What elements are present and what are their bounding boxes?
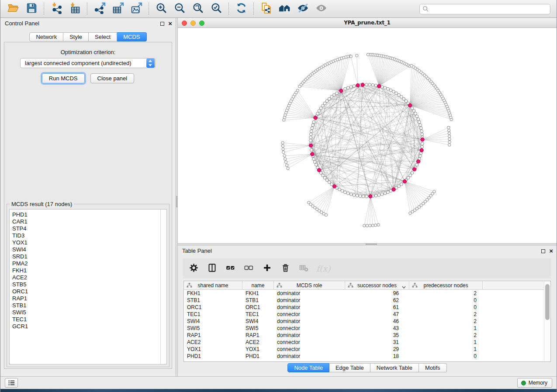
- close-table-panel-icon[interactable]: ×: [549, 249, 553, 253]
- mcds-result-item[interactable]: YOX1: [10, 239, 166, 246]
- satellite-node[interactable]: [298, 85, 301, 88]
- network-node[interactable]: [362, 195, 365, 198]
- tab-edge-table[interactable]: Edge Table: [329, 363, 370, 372]
- network-node[interactable]: [387, 87, 390, 90]
- mcds-result-item[interactable]: TEC1: [10, 316, 166, 323]
- satellite-node[interactable]: [374, 224, 377, 227]
- network-node[interactable]: [349, 86, 353, 89]
- vertical-splitter-grip[interactable]: [176, 196, 177, 207]
- mcds-hub-node[interactable]: [369, 195, 372, 198]
- network-node[interactable]: [309, 133, 312, 136]
- network-node[interactable]: [371, 83, 374, 86]
- network-node[interactable]: [315, 163, 318, 166]
- table-row[interactable]: FKH1FKH1dominator962: [184, 290, 550, 297]
- save-session-button[interactable]: [22, 1, 41, 16]
- network-node[interactable]: [312, 120, 315, 124]
- mcds-result-item[interactable]: SWI5: [10, 309, 166, 316]
- export-network-button[interactable]: [90, 1, 109, 16]
- satellite-node[interactable]: [363, 224, 366, 227]
- network-node[interactable]: [374, 194, 377, 197]
- mcds-result-item[interactable]: CAR1: [10, 218, 166, 225]
- export-image-button[interactable]: [127, 1, 145, 16]
- network-node[interactable]: [414, 112, 417, 115]
- network-node[interactable]: [377, 193, 381, 196]
- mcds-hub-node[interactable]: [332, 185, 336, 188]
- network-node[interactable]: [313, 161, 316, 164]
- float-table-panel-icon[interactable]: [541, 249, 545, 253]
- mcds-hub-node[interactable]: [421, 138, 424, 141]
- network-node[interactable]: [418, 120, 421, 124]
- mcds-result-item[interactable]: STP4: [10, 225, 166, 232]
- network-node[interactable]: [384, 86, 387, 89]
- network-node[interactable]: [381, 193, 384, 196]
- satellite-node[interactable]: [282, 151, 285, 154]
- mcds-result-item[interactable]: SWI4: [10, 246, 166, 253]
- mcds-result-item[interactable]: ACE2: [10, 274, 166, 281]
- network-node[interactable]: [341, 189, 344, 193]
- satellite-node[interactable]: [369, 224, 371, 227]
- zoom-fit-button[interactable]: [189, 1, 207, 16]
- mcds-result-item[interactable]: SRD1: [10, 253, 166, 260]
- network-node[interactable]: [338, 188, 341, 191]
- gear-button[interactable]: [188, 263, 199, 274]
- network-node[interactable]: [311, 124, 315, 127]
- satellite-node[interactable]: [447, 126, 450, 129]
- show-all-button[interactable]: [312, 1, 330, 16]
- float-panel-icon[interactable]: [160, 22, 164, 26]
- satellite-node[interactable]: [281, 144, 284, 147]
- network-node[interactable]: [309, 139, 312, 142]
- network-node[interactable]: [411, 107, 414, 110]
- network-node[interactable]: [365, 83, 368, 86]
- satellite-node[interactable]: [448, 141, 451, 143]
- mcds-result-item[interactable]: STB1: [10, 302, 166, 309]
- table-row[interactable]: SWI5SWI5connector431: [184, 325, 550, 332]
- satellite-node[interactable]: [433, 190, 436, 193]
- satellite-node[interactable]: [287, 167, 289, 170]
- maximize-window-icon[interactable]: [199, 21, 204, 26]
- tab-network-table[interactable]: Network Table: [370, 363, 419, 372]
- select-all-button[interactable]: [225, 263, 236, 274]
- task-history-button[interactable]: [5, 378, 18, 388]
- satellite-node[interactable]: [377, 224, 380, 226]
- memory-button[interactable]: Memory: [517, 378, 552, 388]
- network-node[interactable]: [398, 93, 401, 96]
- horizontal-splitter-grip[interactable]: [366, 244, 377, 245]
- network-node[interactable]: [346, 192, 349, 195]
- zoom-out-button[interactable]: [170, 1, 189, 16]
- export-table-button[interactable]: [109, 1, 127, 16]
- network-node[interactable]: [356, 194, 359, 197]
- mcds-hub-node[interactable]: [377, 84, 381, 88]
- satellite-node[interactable]: [284, 158, 287, 160]
- tab-style[interactable]: Style: [63, 32, 89, 41]
- mcds-hub-node[interactable]: [356, 83, 360, 87]
- mcds-hub-node[interactable]: [311, 152, 314, 156]
- satellite-node[interactable]: [325, 213, 327, 216]
- mcds-hub-node[interactable]: [417, 160, 420, 163]
- network-node[interactable]: [368, 83, 371, 86]
- table-scrollbar[interactable]: [544, 282, 550, 361]
- minimize-window-icon[interactable]: [190, 21, 196, 26]
- network-node[interactable]: [419, 124, 422, 127]
- network-node[interactable]: [419, 127, 422, 130]
- table-row[interactable]: SWI4SWI4dominator462: [184, 318, 550, 325]
- duplicate-network-button[interactable]: [257, 1, 275, 16]
- refresh-view-button[interactable]: [232, 1, 250, 16]
- network-node[interactable]: [415, 163, 419, 166]
- tab-select[interactable]: Select: [89, 32, 117, 41]
- satellite-node[interactable]: [366, 224, 368, 227]
- satellite-node[interactable]: [371, 224, 374, 227]
- network-node[interactable]: [316, 112, 319, 115]
- network-node[interactable]: [310, 130, 313, 133]
- network-node[interactable]: [353, 193, 356, 196]
- open-file-button[interactable]: [4, 1, 22, 16]
- network-node[interactable]: [384, 192, 387, 195]
- satellite-node[interactable]: [282, 148, 284, 150]
- satellite-node[interactable]: [448, 144, 451, 146]
- network-node[interactable]: [412, 110, 415, 113]
- import-network-button[interactable]: [47, 1, 66, 16]
- network-node[interactable]: [421, 145, 424, 148]
- network-node[interactable]: [353, 85, 356, 88]
- show-columns-button[interactable]: [206, 263, 218, 274]
- network-node[interactable]: [419, 155, 422, 158]
- mcds-hub-node[interactable]: [403, 179, 406, 183]
